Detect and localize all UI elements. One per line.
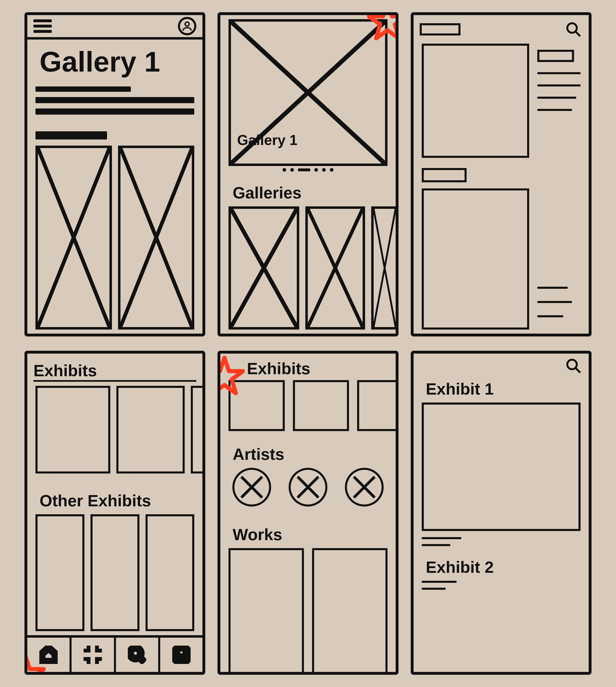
topbar — [414, 353, 589, 378]
section-title-works: Works — [228, 524, 387, 544]
exhibit-thumbnail[interactable] — [90, 514, 139, 631]
text-line — [537, 72, 580, 74]
profile-icon[interactable] — [178, 17, 196, 35]
exhibit-card-peek[interactable] — [191, 386, 202, 473]
text-line — [422, 581, 457, 583]
screen-gallery-detail: Gallery 1 — [24, 12, 205, 337]
section-title-exhibits: Exhibits — [243, 358, 387, 378]
filter-chip[interactable] — [422, 168, 467, 182]
svg-point-13 — [567, 23, 577, 33]
topbar — [414, 15, 589, 44]
result-image[interactable] — [422, 44, 529, 158]
text-line — [537, 301, 572, 303]
image-placeholder[interactable] — [118, 146, 195, 329]
topbar — [27, 15, 202, 40]
artist-avatar[interactable] — [289, 468, 327, 507]
text-line — [537, 287, 568, 289]
section-title-galleries: Galleries — [228, 182, 387, 202]
text-line — [537, 109, 572, 111]
exhibit-thumbnail[interactable] — [293, 380, 349, 431]
work-thumbnail[interactable] — [312, 548, 388, 672]
text-line-bold — [36, 131, 107, 139]
page-title: Gallery 1 — [36, 44, 194, 78]
artist-avatar[interactable] — [345, 468, 383, 507]
carousel-pagination[interactable] — [228, 168, 387, 172]
svg-line-16 — [139, 657, 145, 662]
gallery-thumbnail[interactable] — [228, 206, 299, 329]
text-line — [537, 315, 563, 317]
tab-bar — [27, 635, 202, 672]
text-line — [422, 537, 461, 539]
artist-avatar[interactable] — [233, 468, 271, 507]
text-line — [422, 588, 446, 590]
list-item-title[interactable]: Exhibit 1 — [422, 378, 580, 399]
gallery-thumbnail[interactable] — [305, 206, 365, 329]
exhibit-thumbnail[interactable] — [36, 514, 84, 631]
svg-point-0 — [185, 22, 189, 26]
tab-profile[interactable] — [160, 638, 202, 672]
exhibit-card[interactable] — [116, 386, 185, 473]
hero-carousel-image[interactable]: Gallery 1 — [228, 19, 387, 166]
text-line — [36, 86, 131, 92]
exhibit-thumbnail[interactable] — [228, 380, 285, 431]
svg-point-25 — [567, 360, 577, 369]
list-item-title[interactable]: Exhibit 2 — [422, 556, 580, 577]
work-thumbnail[interactable] — [228, 548, 304, 672]
tab-scan[interactable] — [71, 638, 116, 672]
section-title-other-exhibits: Other Exhibits — [36, 490, 194, 510]
svg-line-26 — [575, 368, 580, 372]
filter-chip[interactable] — [420, 23, 460, 36]
wireframe-sheet: Gallery 1 Gallery 1 — [0, 0, 616, 687]
hero-caption: Gallery 1 — [237, 133, 298, 147]
screen-search-results — [411, 12, 592, 337]
section-title-exhibits: Exhibits — [34, 360, 196, 382]
text-line — [537, 84, 580, 86]
section-title-artists: Artists — [228, 443, 387, 464]
image-placeholder[interactable] — [36, 146, 112, 329]
exhibit-thumbnail[interactable] — [146, 514, 195, 631]
search-icon[interactable] — [564, 357, 582, 375]
screen-exhibit-list: Exhibit 1 Exhibit 2 — [411, 351, 592, 675]
screen-exhibits-browse: Exhibits Other Exhibits — [24, 351, 205, 675]
text-line — [36, 97, 194, 103]
search-icon[interactable] — [564, 20, 582, 39]
result-image[interactable] — [422, 188, 529, 329]
text-line — [36, 108, 194, 114]
tab-search[interactable] — [116, 638, 160, 672]
exhibit-thumbnail-peek[interactable] — [357, 380, 396, 431]
svg-point-15 — [130, 648, 141, 659]
text-line — [422, 544, 450, 546]
screen-home-carousel: Gallery 1 Galleries — [218, 12, 398, 337]
hamburger-icon[interactable] — [34, 19, 52, 33]
badge — [537, 50, 574, 62]
tab-home[interactable] — [27, 638, 71, 672]
screen-discover: Exhibits Artists — [218, 351, 398, 675]
svg-line-14 — [575, 31, 580, 36]
gallery-thumbnail-peek[interactable] — [371, 206, 396, 329]
exhibit-hero-image[interactable] — [422, 403, 580, 531]
text-line — [537, 96, 576, 99]
exhibit-card[interactable] — [36, 386, 110, 473]
